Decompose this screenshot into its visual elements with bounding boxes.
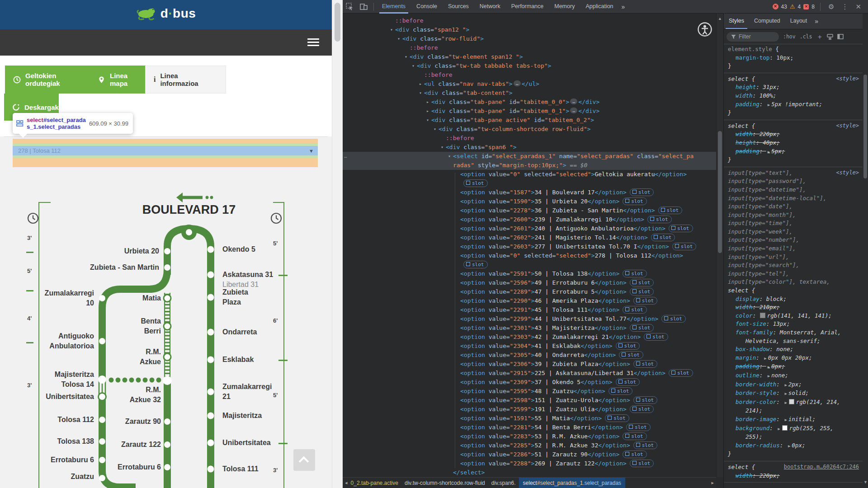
expand-shorthand-icon[interactable]: ▶ <box>768 365 770 369</box>
expand-arrow-icon[interactable]: ▾ <box>432 125 438 134</box>
css-property[interactable]: margin: ▶0px 0px 20px; <box>724 354 863 363</box>
code-line[interactable]: ▸<div class="tab-pane" id="tabitem_0_0">… <box>343 98 716 107</box>
slot-badge[interactable]: slot <box>647 216 672 223</box>
css-property[interactable]: height: 31px; <box>724 83 863 92</box>
code-line[interactable]: ▾<div class="tw-column-shortcode row-flu… <box>343 125 716 134</box>
code-line[interactable]: ::before <box>343 16 716 25</box>
code-line[interactable]: <option value="2915">225 | Askatasuna/Li… <box>343 369 716 378</box>
hamburger-menu-icon[interactable] <box>307 38 319 46</box>
breadcrumb-right-arrow[interactable]: ▸ <box>709 480 716 486</box>
css-property[interactable]: background: ▶rgb(255, 255, <box>724 424 863 433</box>
code-line[interactable]: <option value="2278">36 | Zubieta - San … <box>343 206 716 215</box>
slot-badge[interactable]: slot <box>619 351 643 359</box>
stop-select-dropdown[interactable]: 278 | Tolosa 112 ▼ <box>13 144 318 158</box>
expand-shorthand-icon[interactable]: ▶ <box>768 150 770 154</box>
slot-badge[interactable]: slot <box>644 333 668 341</box>
slot-badge[interactable]: slot <box>630 324 654 332</box>
stylesheet-link[interactable]: <style> <box>836 169 859 176</box>
more-tabs-icon[interactable]: » <box>619 3 628 10</box>
breadcrumb-left-arrow[interactable]: ◂ <box>343 480 350 486</box>
css-property[interactable]: border-color: ▶rgb(214, 214, <box>724 398 863 407</box>
code-line[interactable]: </select> <box>343 468 716 477</box>
expand-shorthand-icon[interactable]: ▶ <box>784 391 787 396</box>
css-property[interactable]: height: 40px; <box>724 139 863 147</box>
dbus-logo[interactable]: d·bus <box>136 6 196 21</box>
code-line[interactable]: <option value="2303">42 | Zumalakarregi … <box>343 333 716 342</box>
scrollbar-down-arrow[interactable]: ▼ <box>863 480 868 484</box>
expand-arrow-icon[interactable]: ▸ <box>425 107 430 116</box>
slot-badge[interactable]: slot <box>609 387 633 395</box>
settings-gear-icon[interactable]: ⚙ <box>826 3 836 11</box>
css-property[interactable]: display: block; <box>724 295 863 304</box>
css-property[interactable]: font-family: Montserrat, Arial, <box>724 328 863 337</box>
code-line[interactable]: ▾<div class="tab-content"> <box>343 89 716 98</box>
code-line[interactable]: <option value="2598">151 | Zuatzu-Urola<… <box>343 396 716 405</box>
slot-badge[interactable]: slot <box>616 378 640 386</box>
code-line[interactable]: <option value="2304">41 | Esklabak</opti… <box>343 342 716 351</box>
slot-badge[interactable]: slot <box>669 369 693 377</box>
code-line[interactable]: ▾<div class="span6 "> <box>343 143 716 152</box>
slot-badge[interactable]: slot <box>630 460 654 467</box>
dock-panel-icon[interactable] <box>837 34 844 39</box>
expand-arrow-icon[interactable]: ▾ <box>403 52 409 61</box>
code-line[interactable]: <option value="0" selected="selected">27… <box>343 251 716 260</box>
tab-geltokien-ordutegiak[interactable]: Geltokien ordutegiak <box>5 66 100 94</box>
error-count-icon[interactable]: ✕ <box>773 4 778 9</box>
css-property[interactable]: outline: ▶none; <box>724 371 863 380</box>
devtools-tab-application[interactable]: Application <box>580 0 618 14</box>
error-count[interactable]: 43 <box>781 4 787 10</box>
stylesheet-link[interactable]: bootstrap.m…60264c7:246 <box>784 464 859 470</box>
scroll-to-top-button[interactable] <box>293 449 315 471</box>
expand-arrow-icon[interactable]: ▾ <box>396 34 401 43</box>
slot-badge[interactable]: slot <box>658 206 683 214</box>
code-line[interactable]: <option value="2601">240 | Antiguoko Anb… <box>343 224 716 233</box>
slot-badge[interactable]: slot <box>463 261 488 268</box>
more-sidebar-tabs-icon[interactable]: » <box>812 18 821 25</box>
css-property[interactable]: padding: ▶5px; <box>724 147 863 156</box>
css-property[interactable]: width: 220px; <box>724 130 863 139</box>
stylesheet-link[interactable]: <style> <box>836 75 859 82</box>
breadcrumb-item[interactable]: div.span6. <box>488 480 519 486</box>
slot-badge[interactable]: slot <box>616 342 640 350</box>
paint-brush-icon[interactable] <box>827 34 833 40</box>
css-property[interactable]: padding: ▶5px !important; <box>724 100 863 109</box>
slot-badge[interactable]: slot <box>633 360 658 368</box>
devtools-tab-elements[interactable]: Elements <box>377 0 411 14</box>
code-line[interactable]: ▾<div class="tw-element span12 "> <box>343 52 716 61</box>
scrollbar-up-arrow[interactable]: ▲ <box>718 16 722 21</box>
code-line[interactable]: <option value="2305">40 | Ondarreta</opt… <box>343 351 716 360</box>
device-toolbar-icon[interactable] <box>360 3 368 10</box>
accessibility-person-icon[interactable] <box>697 22 712 37</box>
kebab-menu-icon[interactable]: ⋮ <box>839 3 850 11</box>
code-line[interactable]: ::before <box>343 70 716 80</box>
warning-count-icon[interactable]: ⚠ <box>790 4 795 9</box>
devtools-tab-performance[interactable]: Performance <box>506 0 549 14</box>
expand-arrow-icon[interactable]: ▾ <box>439 143 445 152</box>
issues-icon[interactable]: ✕ <box>803 4 809 9</box>
toggle-class-button[interactable]: .cls <box>800 33 812 40</box>
devtools-tab-sources[interactable]: Sources <box>443 0 474 14</box>
expand-arrow-icon[interactable]: ▾ <box>425 116 430 125</box>
css-property[interactable]: margin-top: 10px; <box>724 54 863 62</box>
slot-badge[interactable]: slot <box>623 432 647 440</box>
color-swatch[interactable] <box>760 313 765 318</box>
breadcrumb-item[interactable]: 0_2.tab-pane.active <box>350 480 401 486</box>
code-line[interactable]: slot <box>343 179 716 188</box>
code-line[interactable]: <option value="2306">39 | Zubieta Plaza<… <box>343 360 716 369</box>
code-line[interactable]: ▸<div class="tab-pane" id="tabitem_0_1">… <box>343 107 716 116</box>
slot-badge[interactable]: slot <box>633 441 658 449</box>
slot-badge[interactable]: slot <box>605 414 629 422</box>
tab-layout[interactable]: Layout <box>785 14 812 29</box>
code-line[interactable]: <option value="1587">34 | Boulevard 17</… <box>343 188 716 197</box>
css-property[interactable]: border-image: ▶initial; <box>724 415 863 424</box>
slot-badge[interactable]: slot <box>630 405 654 413</box>
code-line[interactable]: <option value="2281">54 | Benta Berri</o… <box>343 423 716 432</box>
css-property[interactable]: border-width: ▶2px; <box>724 380 863 389</box>
page-scrollbar-thumb[interactable] <box>335 3 340 42</box>
close-devtools-icon[interactable]: ✕ <box>853 3 863 11</box>
code-line[interactable]: ▾<div class="span12 "> <box>343 25 716 34</box>
elements-scrollbar[interactable]: ▲ <box>716 14 723 477</box>
expand-arrow-icon[interactable]: ▾ <box>447 152 452 161</box>
expand-arrow-icon[interactable]: ▾ <box>389 25 394 34</box>
code-line[interactable]: <option value="2288">269 | Zarautz 122</… <box>343 459 716 468</box>
